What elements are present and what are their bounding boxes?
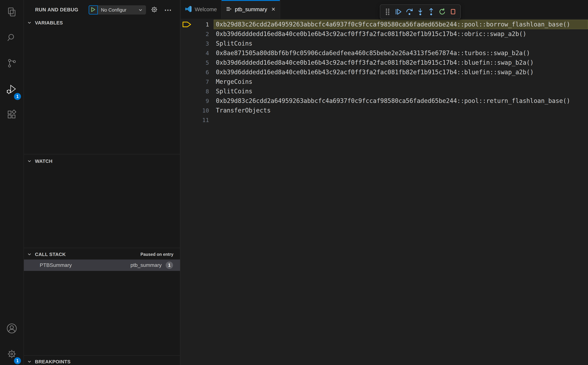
gripper-icon	[384, 8, 391, 16]
code-line[interactable]: 2 0xb39d6dddedd16ed8a40ce0b1e6b43c92acf0…	[181, 29, 588, 39]
code-text: SplitCoins	[214, 39, 588, 48]
gutter[interactable]: 6	[181, 67, 214, 77]
code-text: 0xb39d6dddedd16ed8a40ce0b1e6b43c92acf0ff…	[214, 67, 588, 77]
section-header-call-stack[interactable]: CALL STACK Paused on entry	[24, 249, 180, 260]
activity-item-account[interactable]	[0, 318, 23, 340]
play-icon	[91, 7, 96, 13]
section-divider	[24, 355, 180, 356]
tab-ptb-summary[interactable]: ptb_summary ✕	[222, 0, 280, 19]
current-line-marker-icon	[182, 21, 192, 29]
code-line[interactable]: 1 0xb29d83c26cdd2a64959263abbcfc4a6937f0…	[181, 20, 588, 29]
code-text: MergeCoins	[214, 77, 588, 87]
chevron-down-icon	[27, 359, 32, 364]
tab-welcome[interactable]: Welcome	[181, 0, 222, 19]
sidebar-header: RUN AND DEBUG No Configur ⋯	[24, 0, 180, 20]
step-over-button[interactable]	[405, 8, 413, 16]
gutter[interactable]: 9	[181, 96, 214, 106]
editor-area: Welcome ptb_summary ✕ 1 0xb29d83c26cdd2a…	[181, 0, 588, 365]
line-number: 6	[205, 69, 209, 76]
activity-item-run-and-debug[interactable]: 1	[0, 79, 23, 101]
continue-button[interactable]	[394, 8, 403, 16]
line-number: 4	[205, 50, 209, 56]
code-line[interactable]: 3 SplitCoins	[181, 39, 588, 48]
code-text: 0xb29d83c26cdd2a64959263abbcfc4a6937f0c9…	[214, 20, 588, 29]
step-into-button[interactable]	[416, 8, 424, 16]
line-number: 3	[205, 40, 209, 47]
gutter[interactable]: 8	[181, 87, 214, 96]
debug-badge: 1	[14, 93, 21, 100]
step-out-button[interactable]	[427, 8, 435, 16]
step-over-icon	[405, 8, 413, 16]
line-number: 2	[205, 31, 209, 37]
debug-configuration-label: No Configur	[101, 7, 138, 13]
code-line[interactable]: 11	[181, 115, 588, 125]
gutter[interactable]: 2	[181, 29, 214, 39]
line-number: 9	[205, 98, 209, 104]
code-line[interactable]: 10 TransferObjects	[181, 106, 588, 115]
code-text: 0xb29d83c26cdd2a64959263abbcfc4a6937f0c9…	[214, 96, 588, 106]
section-label: VARIABLES	[35, 20, 63, 26]
code-line[interactable]: 6 0xb39d6dddedd16ed8a40ce0b1e6b43c92acf0…	[181, 67, 588, 77]
extensions-icon	[7, 110, 17, 120]
gutter[interactable]: 3	[181, 39, 214, 48]
gutter[interactable]: 10	[181, 106, 214, 115]
gutter[interactable]: 1	[181, 20, 214, 29]
activity-item-search[interactable]	[0, 27, 23, 49]
code-text: 0xb39d6dddedd16ed8a40ce0b1e6b43c92acf0ff…	[214, 58, 588, 67]
line-number: 1	[205, 21, 209, 28]
run-and-debug-sidebar: RUN AND DEBUG No Configur ⋯	[24, 0, 180, 365]
activity-item-extensions[interactable]	[0, 104, 23, 126]
gear-icon	[150, 6, 158, 14]
gutter[interactable]: 4	[181, 48, 214, 58]
account-icon	[6, 323, 17, 335]
debug-toolbar	[380, 4, 461, 19]
code-text	[214, 115, 588, 125]
code-text: TransferObjects	[214, 106, 588, 115]
chevron-down-icon	[27, 159, 32, 164]
stop-icon	[449, 8, 457, 16]
continue-icon	[394, 8, 403, 16]
list-icon	[226, 6, 232, 13]
activity-item-settings[interactable]: 1	[0, 343, 23, 365]
tab-label: ptb_summary	[235, 7, 267, 13]
chevron-down-icon	[27, 20, 32, 25]
settings-badge: 1	[14, 357, 21, 364]
more-actions-button[interactable]: ⋯	[163, 5, 173, 15]
line-number: 10	[202, 107, 209, 114]
stack-frame-name: PTBSummary	[40, 262, 130, 268]
code-editor[interactable]: 1 0xb29d83c26cdd2a64959263abbcfc4a6937f0…	[181, 19, 588, 365]
toolbar-drag-gripper[interactable]	[383, 8, 392, 16]
section-divider	[24, 248, 180, 248]
code-line[interactable]: 5 0xb39d6dddedd16ed8a40ce0b1e6b43c92acf0…	[181, 58, 588, 67]
section-header-breakpoints[interactable]: BREAKPOINTS	[24, 357, 180, 365]
gutter[interactable]: 5	[181, 58, 214, 67]
code-line[interactable]: 7 MergeCoins	[181, 77, 588, 87]
tab-label: Welcome	[195, 7, 217, 13]
line-number: 11	[202, 117, 209, 123]
activity-item-source-control[interactable]	[0, 53, 23, 75]
section-header-variables[interactable]: VARIABLES	[24, 18, 180, 28]
stop-button[interactable]	[449, 8, 457, 16]
debug-configuration-dropdown[interactable]: No Configur	[97, 5, 146, 14]
step-out-icon	[427, 8, 435, 16]
launch-control: No Configur	[89, 5, 146, 14]
close-icon[interactable]: ✕	[271, 7, 276, 12]
line-number: 5	[205, 59, 209, 66]
section-label: BREAKPOINTS	[35, 359, 71, 365]
gutter[interactable]: 7	[181, 77, 214, 87]
search-icon	[7, 33, 17, 44]
code-line[interactable]: 4 0x8ae871505a80d8bf6bf9c05906cda6edfeea…	[181, 48, 588, 58]
line-number: 7	[205, 78, 209, 85]
code-line[interactable]: 9 0xb29d83c26cdd2a64959263abbcfc4a6937f0…	[181, 96, 588, 106]
code-text: 0x8ae871505a80d8bf6bf9c05906cda6edfeea46…	[214, 48, 588, 58]
source-control-icon	[7, 58, 17, 69]
section-header-watch[interactable]: WATCH	[24, 156, 180, 166]
code-line[interactable]: 8 SplitCoins	[181, 87, 588, 96]
restart-button[interactable]	[438, 8, 446, 16]
debug-settings-gear-button[interactable]	[149, 5, 159, 15]
activity-item-explorer[interactable]	[0, 1, 23, 23]
section-divider	[24, 154, 180, 154]
stack-frame-row[interactable]: PTBSummary ptb_summary 1	[24, 260, 180, 271]
start-debugging-button[interactable]	[89, 5, 98, 14]
gutter[interactable]: 11	[181, 115, 214, 125]
